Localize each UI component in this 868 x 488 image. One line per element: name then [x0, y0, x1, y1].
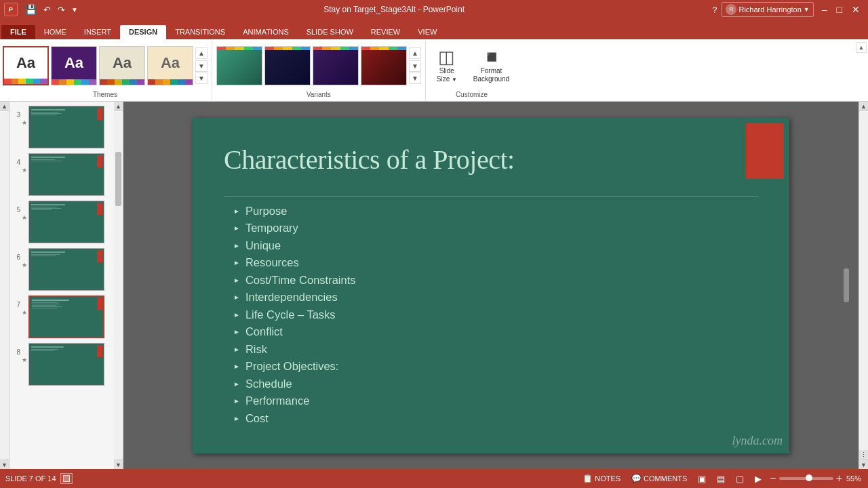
- tab-slideshow[interactable]: SLIDE SHOW: [298, 25, 362, 39]
- slide-size-icon: ◫: [438, 48, 455, 66]
- slide-item-8[interactable]: 8 ★: [11, 342, 113, 387]
- variant-1[interactable]: [216, 46, 262, 85]
- save-button[interactable]: 💾: [23, 3, 39, 16]
- status-right: 📋 NOTES 💬 COMMENTS ▣ ▤ ▢ ▶ − + 55%: [580, 472, 863, 485]
- account-button[interactable]: R Richard Harrington ▼: [722, 2, 813, 17]
- slide-view-toggle[interactable]: [60, 473, 73, 484]
- tab-home[interactable]: HOME: [35, 25, 75, 39]
- tab-review[interactable]: REVIEW: [362, 25, 409, 39]
- undo-button[interactable]: ↶: [41, 3, 53, 16]
- view-normal[interactable]: ▣: [695, 472, 709, 485]
- main-area: ▲ ▼ 3 ★ 4: [0, 102, 868, 469]
- zoom-slider[interactable]: [779, 477, 833, 480]
- right-scroll-adjustment[interactable]: ⋮: [859, 450, 868, 460]
- comments-button[interactable]: 💬 COMMENTS: [629, 472, 690, 485]
- bullet-lifecycle: ► Life Cycle – Tasks: [233, 308, 356, 321]
- right-scroll-down[interactable]: ▼: [859, 460, 868, 469]
- slide-item-6[interactable]: 6 ★: [11, 247, 113, 292]
- bullet-project-obj: ► Project Objectives:: [233, 360, 356, 373]
- bullet-arrow-1: ►: [233, 207, 240, 215]
- slide-red-badge-8: [97, 345, 102, 357]
- redo-button[interactable]: ↷: [56, 3, 67, 16]
- slide-canvas[interactable]: Characteristics of a Project: ► Purpose …: [193, 118, 789, 453]
- panel-scroll-down[interactable]: ▼: [114, 460, 123, 469]
- zoom-minus[interactable]: −: [770, 473, 776, 484]
- slide-thumb-5[interactable]: [28, 201, 104, 243]
- bullet-arrow-7: ►: [233, 311, 240, 319]
- slide-size-button[interactable]: ◫ SlideSize ▼: [430, 45, 464, 86]
- theme-3-preview: Aa: [100, 47, 144, 79]
- slide-thumb-6[interactable]: [28, 248, 104, 291]
- title-bar-controls: ? R Richard Harrington ▼ – □ ✕: [709, 2, 864, 17]
- bullet-purpose: ► Purpose: [233, 205, 356, 218]
- tab-animations[interactable]: ANIMATIONS: [234, 25, 298, 39]
- panel-scroll-up[interactable]: ▲: [114, 102, 123, 111]
- slide-content-3: [31, 109, 65, 116]
- panel-scroll-thumb[interactable]: [115, 152, 121, 206]
- slide-red-badge-4: [97, 155, 102, 167]
- variants-scroll-up[interactable]: ▲: [409, 47, 421, 59]
- themes-scroll-more[interactable]: ▼: [195, 73, 208, 84]
- slide-size-label: SlideSize ▼: [437, 67, 457, 83]
- canvas-area: Characteristics of a Project: ► Purpose …: [123, 102, 859, 469]
- theme-1[interactable]: Aa: [3, 46, 49, 85]
- variant-2[interactable]: [264, 46, 311, 85]
- canvas-resize-right[interactable]: [844, 268, 849, 302]
- zoom-slider-thumb: [806, 474, 812, 481]
- slide-item-3[interactable]: 3 ★: [11, 104, 113, 150]
- slide-thumb-8[interactable]: [28, 343, 104, 386]
- theme-2-preview: Aa: [52, 47, 96, 79]
- format-background-icon: ◾: [481, 48, 502, 66]
- maximize-button[interactable]: □: [833, 3, 846, 16]
- themes-scroll-down[interactable]: ▼: [195, 60, 208, 72]
- view-presentation[interactable]: ▶: [752, 472, 764, 485]
- bullet-performance: ► Performance: [233, 394, 356, 407]
- slide-thumb-4[interactable]: [28, 153, 104, 196]
- notes-button[interactable]: 📋 NOTES: [580, 472, 623, 485]
- scroll-down-button[interactable]: ▼: [0, 460, 9, 469]
- scroll-track-left: [0, 111, 9, 460]
- tab-file[interactable]: FILE: [1, 25, 35, 39]
- slide-star-7: ★: [22, 296, 27, 316]
- slide-item-5[interactable]: 5 ★: [11, 199, 113, 245]
- tab-insert[interactable]: INSERT: [75, 25, 120, 39]
- theme-2[interactable]: Aa: [51, 46, 97, 85]
- close-button[interactable]: ✕: [848, 3, 864, 16]
- bullet-arrow-2: ►: [233, 224, 240, 232]
- tab-view[interactable]: VIEW: [409, 25, 446, 39]
- variants-scroll-more[interactable]: ▼: [409, 73, 421, 84]
- panel-scroll-track: [114, 111, 123, 460]
- slide-number-3: 3: [12, 106, 20, 119]
- right-scroll-up[interactable]: ▲: [859, 102, 868, 111]
- zoom-percent[interactable]: 55%: [845, 474, 863, 483]
- zoom-plus[interactable]: +: [836, 473, 842, 484]
- slide-thumb-3[interactable]: [28, 106, 104, 148]
- view-reading[interactable]: ▢: [733, 472, 747, 485]
- theme-3[interactable]: Aa: [99, 46, 145, 85]
- tab-transitions[interactable]: TRANSITIONS: [166, 25, 234, 39]
- slide-number-5: 5: [12, 201, 20, 214]
- slide-item-4[interactable]: 4 ★: [11, 152, 113, 197]
- minimize-button[interactable]: –: [818, 3, 831, 16]
- bullet-unique: ► Unique: [233, 239, 356, 252]
- theme-4-preview: Aa: [148, 47, 193, 79]
- bullet-interdependencies: ► Interdependencies: [233, 291, 356, 304]
- slide-bullet-list: ► Purpose ► Temporary ► Unique ► Resourc…: [233, 205, 356, 430]
- slide-panel[interactable]: 3 ★ 4 ★: [9, 102, 114, 469]
- qa-dropdown[interactable]: ▼: [70, 5, 79, 15]
- variants-scroll-down[interactable]: ▼: [409, 60, 421, 72]
- themes-scroll-up[interactable]: ▲: [195, 47, 208, 59]
- scroll-up-button[interactable]: ▲: [0, 102, 9, 111]
- variant-4[interactable]: [361, 46, 407, 85]
- slide-number-8: 8: [12, 343, 20, 356]
- variant-3[interactable]: [313, 46, 359, 85]
- customize-section: ◫ SlideSize ▼ ◾ FormatBackground Customi…: [426, 41, 517, 101]
- view-slide-sorter[interactable]: ▤: [714, 472, 728, 485]
- slide-thumb-7[interactable]: [28, 296, 104, 338]
- tab-design[interactable]: DESIGN: [120, 25, 166, 39]
- help-button[interactable]: ?: [709, 3, 720, 16]
- format-background-button[interactable]: ◾ FormatBackground: [469, 45, 513, 86]
- theme-4[interactable]: Aa: [147, 46, 193, 85]
- slide-item-7[interactable]: 7 ★: [11, 294, 113, 340]
- ribbon-collapse-button[interactable]: ▲: [856, 42, 867, 53]
